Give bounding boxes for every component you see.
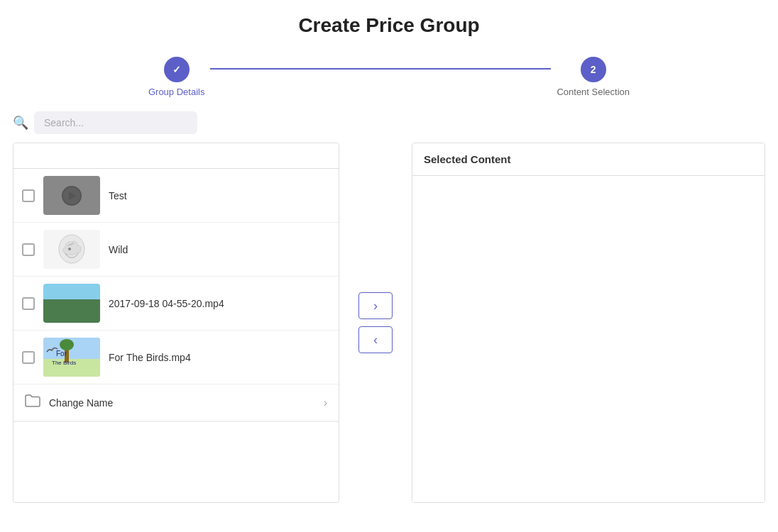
list-item: For The Birds For The Birds.mp4 bbox=[13, 331, 339, 384]
selected-content-header: Selected Content bbox=[412, 143, 765, 176]
page-header: Create Price Group bbox=[0, 0, 778, 44]
selected-content-body bbox=[412, 176, 765, 502]
search-bar: 🔍 bbox=[0, 111, 778, 143]
move-left-button[interactable]: ‹ bbox=[358, 326, 393, 353]
thumbnail-wild bbox=[43, 230, 100, 269]
birds-thumbnail-svg: For The Birds bbox=[43, 338, 100, 377]
thumbnail-birds: For The Birds bbox=[43, 338, 100, 377]
play-triangle bbox=[69, 192, 76, 200]
transfer-buttons: › ‹ bbox=[351, 143, 400, 503]
folder-label: Change Name bbox=[49, 397, 315, 409]
checkbox-birds[interactable] bbox=[22, 351, 35, 364]
left-panel-bottom bbox=[13, 421, 339, 478]
svg-point-1 bbox=[68, 248, 71, 250]
thumbnail-video1 bbox=[43, 284, 100, 323]
checkbox-wild[interactable] bbox=[22, 243, 35, 256]
left-panel: Test Wild bbox=[13, 143, 339, 503]
search-icon: 🔍 bbox=[13, 115, 28, 131]
stepper-step1: ✓ Group Details bbox=[148, 57, 204, 97]
chevron-right-icon: › bbox=[324, 397, 327, 409]
wild-image-icon bbox=[54, 233, 89, 265]
step1-circle: ✓ bbox=[164, 57, 190, 82]
left-panel-header bbox=[13, 143, 339, 169]
svg-point-5 bbox=[60, 339, 74, 350]
search-input[interactable] bbox=[34, 111, 197, 134]
thumbnail-test bbox=[43, 176, 100, 215]
checkbox-video1[interactable] bbox=[22, 297, 35, 310]
svg-text:The Birds: The Birds bbox=[52, 360, 76, 366]
list-item: Wild bbox=[13, 223, 339, 277]
page-title: Create Price Group bbox=[0, 14, 778, 37]
list-item: 2017-09-18 04-55-20.mp4 bbox=[13, 277, 339, 331]
item-name-wild: Wild bbox=[109, 244, 330, 255]
item-name-birds: For The Birds.mp4 bbox=[109, 352, 330, 363]
list-item: Test bbox=[13, 169, 339, 223]
play-icon bbox=[62, 186, 82, 206]
svg-text:For: For bbox=[56, 350, 67, 358]
right-panel: Selected Content bbox=[412, 143, 765, 503]
item-name-video1: 2017-09-18 04-55-20.mp4 bbox=[109, 298, 330, 309]
move-right-button[interactable]: › bbox=[358, 292, 393, 319]
stepper: ✓ Group Details 2 Content Selection bbox=[0, 44, 778, 111]
step2-circle: 2 bbox=[581, 57, 606, 82]
step1-label: Group Details bbox=[148, 87, 204, 97]
main-layout: Test Wild bbox=[0, 143, 778, 503]
step2-label: Content Selection bbox=[557, 87, 630, 97]
folder-row[interactable]: Change Name › bbox=[13, 384, 339, 421]
stepper-step2: 2 Content Selection bbox=[557, 57, 630, 97]
stepper-line bbox=[210, 68, 551, 70]
folder-icon bbox=[25, 394, 40, 411]
item-name-test: Test bbox=[109, 190, 330, 201]
checkbox-test[interactable] bbox=[22, 189, 35, 202]
